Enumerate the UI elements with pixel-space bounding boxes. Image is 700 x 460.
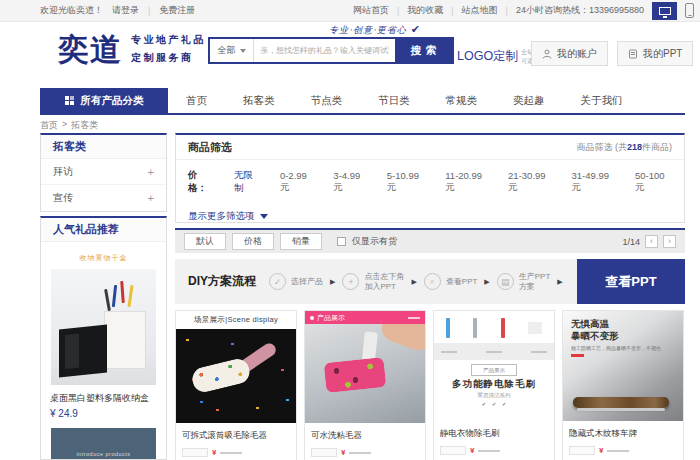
product-image	[305, 324, 425, 423]
product-name[interactable]: 可拆式滚筒吸毛除毛器	[176, 423, 296, 442]
product-card-1[interactable]: 场景展示|Scene display 可拆式滚筒吸毛除毛器 ¥	[175, 310, 297, 460]
breadcrumb-separator: >	[62, 119, 67, 132]
nav-item-tuoke[interactable]: 拓客类	[225, 88, 293, 113]
pen-shape	[104, 289, 111, 311]
price-range-5[interactable]: 21-30.99元	[508, 170, 552, 194]
hot-product-image[interactable]	[51, 269, 156, 385]
hot-gifts-title: 人气礼品推荐	[41, 218, 166, 242]
search-bar: 全部 搜索	[208, 37, 454, 64]
sort-sales-button[interactable]: 销量	[280, 233, 322, 250]
hotline-text: 24小时咨询热线：13396995880	[516, 4, 644, 17]
grid-icon	[65, 96, 74, 105]
scene-display-caption: 场景展示|Scene display	[176, 311, 296, 329]
favorites-link[interactable]: 我的收藏	[407, 4, 443, 17]
preview-doc-icon: ⌕	[424, 273, 441, 290]
site-home-link[interactable]: 网站首页	[353, 4, 389, 17]
show-more-label: 显示更多筛选项	[188, 210, 255, 223]
logo-custom-link[interactable]: LOGO定制 全站 可添加	[457, 48, 539, 65]
show-more-filters[interactable]: 显示更多筛选项	[176, 195, 684, 223]
price-tag-decor	[311, 448, 337, 457]
product-card-3[interactable]: 产品展示 多功能静电除毛刷 家居清洁系列 ✔ ✔ ✔ 静电衣物除毛刷 ¥	[433, 310, 555, 460]
category-item-xuanchuan[interactable]: 宣传 +	[41, 185, 166, 211]
login-link[interactable]: 请登录	[112, 4, 139, 17]
search-button[interactable]: 搜索	[395, 39, 452, 62]
price-range-2[interactable]: 3-4.99元	[333, 170, 367, 194]
wood-plate-shape	[573, 397, 669, 408]
product-image	[176, 329, 296, 423]
in-stock-checkbox[interactable]	[337, 237, 346, 246]
nav-item-about[interactable]: 关于我们	[563, 88, 641, 113]
product-card-2[interactable]: 产品展示 可水洗粘毛器 ¥	[304, 310, 426, 460]
organizer-black-shape	[59, 324, 107, 377]
plus-icon[interactable]: +	[148, 166, 154, 178]
desktop-screen	[659, 7, 671, 15]
diy-step-2-label: 点击左下角 加入PPT	[364, 272, 404, 292]
price-range-7[interactable]: 50-100元	[635, 170, 672, 194]
category-item-baifang[interactable]: 拜访 +	[41, 159, 166, 185]
red-accent-bar	[571, 354, 584, 357]
breadcrumb-home[interactable]: 首页	[40, 119, 58, 132]
next-page-button[interactable]: ›	[663, 235, 676, 248]
check-mini: ✔	[482, 401, 486, 407]
main-nav: 所有产品分类 首页 拓客类 节点类 节日类 常规类 奕起趣 关于我们	[0, 88, 700, 115]
person-icon	[542, 49, 552, 59]
nav-item-changgui[interactable]: 常规类	[428, 88, 496, 113]
desktop-icon[interactable]	[652, 2, 677, 20]
pen-shape	[127, 285, 133, 307]
sitemap-link[interactable]: 站点地图	[462, 4, 498, 17]
price-label: 价格：	[188, 169, 215, 195]
view-ppt-button[interactable]: 查看PPT	[577, 259, 685, 304]
hot-product2-line1: introduce products	[76, 451, 130, 457]
diy-step-4-line2: 方案	[519, 282, 535, 291]
logo[interactable]: 奕道 专业地产礼品 定制服务商	[58, 33, 206, 65]
brush-thumb-blue	[446, 318, 450, 338]
product-display-badge: 产品展示	[305, 311, 425, 324]
mobile-icon[interactable]	[685, 3, 694, 18]
filter-panel: 商品筛选 商品筛选 (共218件商品) 价格： 无限制 0-2.99元 3-4.…	[175, 133, 685, 223]
register-link[interactable]: 免费注册	[159, 4, 195, 17]
all-categories-button[interactable]: 所有产品分类	[40, 88, 168, 113]
nav-item-home[interactable]: 首页	[168, 88, 225, 113]
hot-product-name[interactable]: 桌面黑白塑料多隔收纳盒	[41, 385, 166, 405]
old-price-decor	[478, 450, 500, 452]
nav-item-yiqiqu[interactable]: 奕起趣	[495, 88, 563, 113]
arrow-icon: ▶	[330, 278, 335, 286]
dot-icon	[310, 316, 314, 320]
prev-page-button[interactable]: ‹	[645, 235, 658, 248]
my-account-label: 我的账户	[557, 47, 597, 61]
product-card-4[interactable]: 无惧高温 暴晒不变形 精工防晒工艺，商品暴晒不变形，不褪色 隐藏式木纹移车牌 ¥	[562, 310, 684, 460]
search-category-value: 全部	[218, 44, 236, 57]
nav-item-jiedian[interactable]: 节点类	[293, 88, 361, 113]
document-icon	[628, 49, 638, 59]
divider: |	[148, 6, 150, 16]
filter-count-number: 218	[627, 142, 642, 152]
pagination: 1/14 ‹ ›	[622, 235, 676, 248]
sort-price-button[interactable]: 价格	[232, 233, 274, 250]
price-currency: ¥	[341, 448, 345, 457]
product-name[interactable]: 可水洗粘毛器	[305, 423, 425, 442]
price-no-limit[interactable]: 无限制	[234, 169, 261, 195]
plus-icon[interactable]: +	[148, 192, 154, 204]
price-range-1[interactable]: 0-2.99元	[280, 170, 314, 194]
tagline-line2: 定制服务商	[131, 51, 206, 65]
diy-step-2: + 点击左下角 加入PPT	[342, 272, 404, 292]
topbar-left: 欢迎光临奕道！ 请登录 | 免费注册	[40, 4, 195, 17]
my-ppt-button[interactable]: 我的PPT	[617, 41, 693, 66]
diy-step-2-line1: 点击左下角	[364, 272, 404, 281]
price-range-6[interactable]: 31-49.99元	[572, 170, 616, 194]
overlay-subtitle: 家居清洁系列	[434, 392, 554, 399]
product-name[interactable]: 静电衣物除毛刷	[434, 421, 554, 440]
arrow-icon: ▶	[557, 278, 562, 286]
search-category-dropdown[interactable]: 全部	[210, 39, 254, 62]
price-range-3[interactable]: 5-10.99元	[387, 170, 426, 194]
search-input[interactable]	[254, 39, 395, 62]
hot-gifts-panel: 人气礼品推荐 收纳置物千盒 桌面黑白塑料多隔收纳盒 ¥ 24.9 introdu…	[40, 216, 167, 460]
hot-product2-image[interactable]: introduce products 标语设计 展示方便	[51, 428, 156, 460]
my-account-button[interactable]: 我的账户	[531, 41, 608, 66]
product-name[interactable]: 隐藏式木纹移车牌	[563, 421, 683, 440]
product-image: 产品展示 多功能静电除毛刷 家居清洁系列 ✔ ✔ ✔	[434, 311, 554, 421]
topbar-right: 网站首页 | 我的收藏 | 站点地图 | 24小时咨询热线：1339699588…	[353, 2, 694, 20]
nav-item-jieri[interactable]: 节日类	[360, 88, 428, 113]
sort-default-button[interactable]: 默认	[184, 233, 226, 250]
price-range-4[interactable]: 11-20.99元	[445, 170, 489, 194]
